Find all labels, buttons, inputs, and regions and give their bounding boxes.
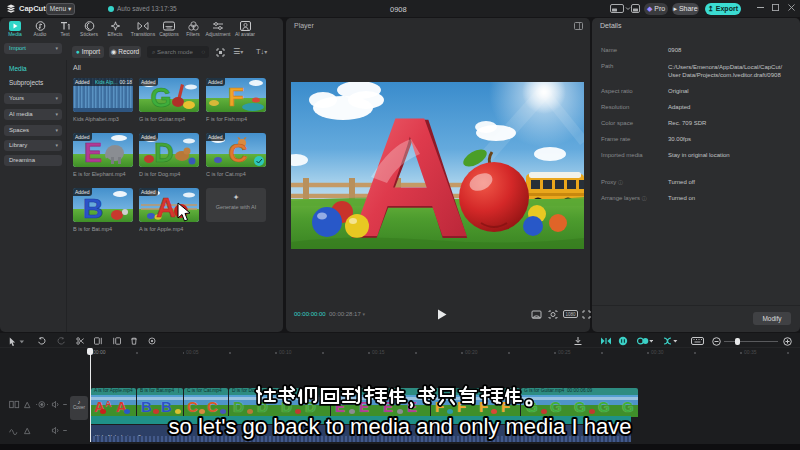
svg-text:so let's go back to media and: so let's go back to media and only media… [169,414,632,439]
svg-text:C: C [229,138,248,167]
svg-text:G: G [150,83,171,112]
svg-text:F: F [228,82,244,112]
svg-text:D: D [154,138,174,167]
svg-text:A: A [156,193,176,222]
svg-text:B: B [83,193,103,222]
svg-text:E: E [84,138,102,167]
